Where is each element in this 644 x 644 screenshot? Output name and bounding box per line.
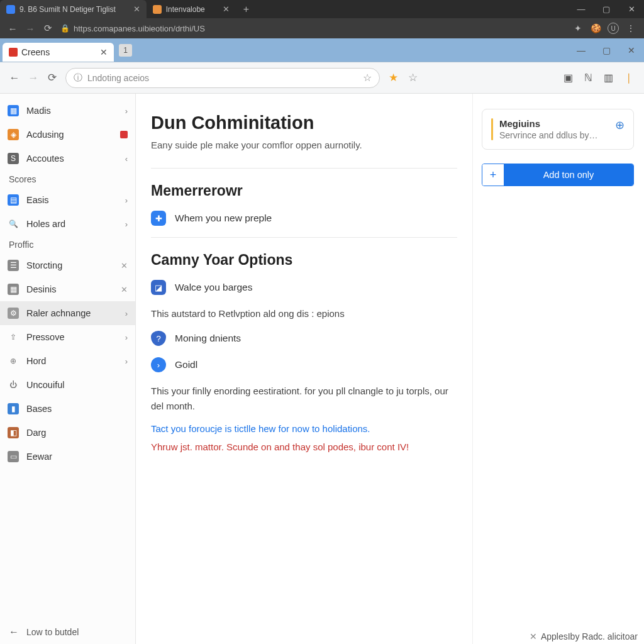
sidebar-item-label: Pressove xyxy=(26,332,64,342)
close-icon[interactable]: ✕ xyxy=(223,4,230,14)
outer-tab-2[interactable]: Intenvalobe ✕ xyxy=(147,0,236,18)
inner-back-button[interactable]: ← xyxy=(5,72,24,84)
info-icon: ⓘ xyxy=(74,72,82,84)
sidebar-item-label: Darg xyxy=(26,428,46,438)
sidebar-item-label: Desinis xyxy=(26,284,57,294)
globe-icon: ⊕ xyxy=(8,355,19,367)
overflow-menu-icon[interactable]: ⋮ xyxy=(625,23,636,34)
info-card[interactable]: Megiuins Servrince and ddlus by… ⊕ xyxy=(482,109,634,150)
warning-link[interactable]: Yhruw jst. mattor. Scunde on and thay so… xyxy=(151,441,457,452)
stack-icon: ▮ xyxy=(8,403,19,414)
alert-badge xyxy=(120,131,128,138)
globe-icon[interactable]: ⊕ xyxy=(615,118,625,132)
chevron-right-icon: › xyxy=(125,219,128,229)
info-link[interactable]: Tact you foroucje is tictlle hew for now… xyxy=(151,423,457,434)
remove-icon[interactable]: ✕ xyxy=(121,261,128,270)
add-button[interactable]: + Add ton only xyxy=(482,164,634,186)
sidebar-item-pressove[interactable]: ⇪ Pressove › xyxy=(0,325,135,349)
star-outline-icon[interactable]: ☆ xyxy=(408,71,418,84)
sidebar-section-label: Scores xyxy=(9,174,36,184)
add-button-label: Add ton only xyxy=(504,164,633,186)
cookie-icon[interactable]: 🍪 xyxy=(590,23,601,34)
option-row-2[interactable]: ◪ Walce you barges xyxy=(151,280,457,295)
arrows-icon: ⇪ xyxy=(8,331,19,343)
inner-reload-button[interactable]: ⟳ xyxy=(43,71,62,84)
section-heading-1: Memerrerowr xyxy=(151,182,457,199)
inner-toolbar: ← → ⟳ ⓘ Lndoting aceios ☆ ★ ☆ ▣ ℕ ▥ ❘ xyxy=(0,62,644,94)
minimize-button[interactable]: — xyxy=(569,4,594,14)
inner-tab[interactable]: Creens ✕ xyxy=(3,43,114,62)
sidebar-item-label: Uncouiful xyxy=(26,380,64,390)
sidebar-item-label: Hord xyxy=(26,356,46,366)
lock-icon: 🔒 xyxy=(60,24,70,33)
library-icon[interactable]: ▥ xyxy=(604,72,613,84)
close-icon[interactable]: ✕ xyxy=(100,47,108,57)
inner-maximize-button[interactable]: ▢ xyxy=(594,45,619,55)
screenshot-icon[interactable]: ▣ xyxy=(564,72,573,84)
inner-close-button[interactable]: ✕ xyxy=(619,45,644,55)
cloud-icon xyxy=(6,5,15,14)
sidebar-item-darg[interactable]: ◧ Darg xyxy=(0,421,135,445)
remove-icon[interactable]: ✕ xyxy=(121,285,128,294)
inner-url-input[interactable]: ⓘ Lndoting aceios ☆ xyxy=(65,68,380,88)
sidebar-item-easis[interactable]: ▤ Easis › xyxy=(0,188,135,212)
back-button[interactable]: ← xyxy=(4,23,21,34)
sidebar-item-label: Raler achnange xyxy=(26,308,91,318)
profile-icon[interactable]: U xyxy=(608,23,619,34)
outer-tab-1[interactable]: 9. B6 Sumilt N Detiger Tiglist ✕ xyxy=(0,0,147,18)
content-area: Dun Cohminitation Eany suide ple make yo… xyxy=(136,94,644,644)
sidebar-item-desinis[interactable]: ▦ Desinis ✕ xyxy=(0,277,135,301)
close-window-button[interactable]: ✕ xyxy=(619,4,644,14)
sidebar-item-eewar[interactable]: ▭ Eewar xyxy=(0,445,135,469)
sidebar-item-label: Accoutes xyxy=(26,153,64,164)
paragraph-1: This autstard to Retlvption ald ong dis … xyxy=(151,306,457,321)
new-tab-button[interactable]: + xyxy=(236,4,257,15)
option-row-4[interactable]: › Goidl xyxy=(151,357,457,372)
option-label: Goidl xyxy=(175,359,197,370)
sidebar-item-hord[interactable]: ⊕ Hord › xyxy=(0,349,135,373)
wallet-icon: ◪ xyxy=(151,280,166,295)
app-icon xyxy=(9,48,18,57)
reader-icon[interactable]: ℕ xyxy=(584,72,592,84)
page-subtitle: Eany suide ple make your comflor oppen a… xyxy=(151,140,457,150)
extension-icon[interactable]: ✦ xyxy=(572,23,584,34)
sidebar-footer[interactable]: ← Low to butdel xyxy=(0,620,135,644)
dismiss-icon[interactable]: ✕ xyxy=(530,631,537,641)
star-outline-icon[interactable]: ☆ xyxy=(363,72,372,84)
inner-forward-button[interactable]: → xyxy=(24,72,43,84)
close-icon[interactable]: ✕ xyxy=(133,4,140,14)
option-row-3[interactable]: ? Moning dnients xyxy=(151,331,457,346)
cursor-icon[interactable]: ❘ xyxy=(625,72,633,84)
outer-url-bar[interactable]: 🔒 https.comapanes.uibieotion/drthi/US xyxy=(57,24,569,33)
option-row-1[interactable]: ✚ Whem you new preple xyxy=(151,211,457,226)
sidebar-item-bases[interactable]: ▮ Bases xyxy=(0,397,135,421)
sidebar-item-label: Madis xyxy=(26,106,51,116)
shield-icon: ◈ xyxy=(8,129,19,140)
plus-icon: ✚ xyxy=(151,211,166,226)
sidebar-item-accoutes[interactable]: S Accoutes ‹ xyxy=(0,147,135,170)
outer-url-text: https.comapanes.uibieotion/drthi/US xyxy=(74,24,205,33)
sidebar-item-raler[interactable]: ⚙ Raler achnange › xyxy=(0,301,135,325)
archive-icon: ▭ xyxy=(8,451,19,462)
card-title: Megiuins xyxy=(499,118,610,129)
sidebar-item-holes[interactable]: 🔍 Holes ard › xyxy=(0,212,135,236)
sidebar-item-acdusing[interactable]: ◈ Acdusing xyxy=(0,123,135,147)
sidebar-item-storcting[interactable]: ☰ Storcting ✕ xyxy=(0,253,135,277)
reload-button[interactable]: ⟳ xyxy=(39,23,57,34)
inner-minimize-button[interactable]: — xyxy=(569,45,594,55)
page-title: Dun Cohminitation xyxy=(151,113,457,133)
plus-icon: + xyxy=(482,164,504,186)
bookmark-star-icon[interactable]: ★ xyxy=(389,71,398,84)
sidebar-item-uncouiful[interactable]: ⏻ Uncouiful xyxy=(0,373,135,397)
sidebar-item-madis[interactable]: ▦ Madis › xyxy=(0,99,135,123)
paragraph-2: This your finlly enording eestirationt. … xyxy=(151,384,457,413)
aside-panel: Megiuins Servrince and ddlus by… ⊕ + Add… xyxy=(473,94,644,644)
maximize-button[interactable]: ▢ xyxy=(594,4,619,14)
sidebar: ▦ Madis › ◈ Acdusing S Accoutes ‹ Scores… xyxy=(0,94,136,644)
section-heading-2: Camny Yoar Options xyxy=(151,252,457,269)
inner-url-text: Lndoting aceios xyxy=(87,73,149,83)
forward-button[interactable]: → xyxy=(21,23,39,34)
main-area: ▦ Madis › ◈ Acdusing S Accoutes ‹ Scores… xyxy=(0,94,644,644)
status-text: ApplesIby Radc. alicitoar xyxy=(541,631,638,641)
sidebar-item-label: Bases xyxy=(26,404,52,414)
